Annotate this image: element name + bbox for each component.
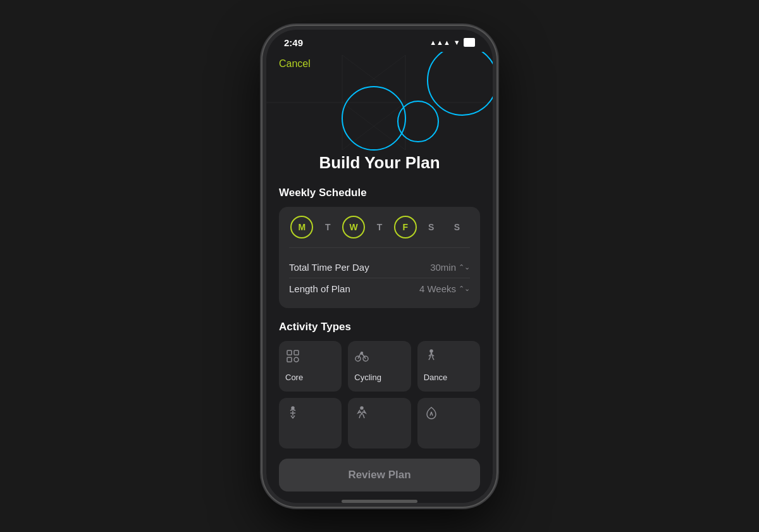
svg-point-16 bbox=[361, 352, 363, 354]
svg-point-9 bbox=[428, 52, 493, 115]
activity-item-6[interactable] bbox=[417, 398, 480, 448]
page-title: Build Your Plan bbox=[279, 153, 480, 173]
dance-icon bbox=[424, 349, 439, 368]
status-time: 2:49 bbox=[284, 37, 303, 48]
length-value: 4 Weeks ⌃⌄ bbox=[419, 283, 470, 294]
total-time-value: 30min ⌃⌄ bbox=[430, 262, 470, 273]
total-time-chevron-icon: ⌃⌄ bbox=[459, 263, 470, 271]
svg-rect-12 bbox=[287, 357, 292, 362]
cancel-button[interactable]: Cancel bbox=[279, 58, 311, 70]
wifi-icon: ▼ bbox=[454, 39, 460, 46]
length-chevron-icon: ⌃⌄ bbox=[459, 285, 470, 293]
cycling-icon bbox=[354, 349, 369, 368]
activity-item-5[interactable] bbox=[348, 398, 410, 448]
activity5-icon bbox=[354, 405, 369, 424]
header-area: Cancel bbox=[266, 52, 493, 153]
length-label: Length of Plan bbox=[289, 283, 350, 294]
scroll-content[interactable]: Build Your Plan Weekly Schedule M T W T … bbox=[266, 153, 493, 495]
activity-cycling[interactable]: Cycling bbox=[348, 341, 410, 392]
length-row[interactable]: Length of Plan 4 Weeks ⌃⌄ bbox=[289, 278, 470, 299]
day-sunday[interactable]: S bbox=[445, 216, 468, 238]
phone-screen: 2:49 ▲▲▲ ▼ 81 Cancel bbox=[266, 30, 493, 503]
signal-icon: ▲▲▲ bbox=[429, 39, 450, 46]
day-thursday[interactable]: T bbox=[368, 216, 391, 238]
day-saturday[interactable]: S bbox=[420, 216, 443, 238]
core-icon bbox=[285, 349, 300, 368]
svg-point-17 bbox=[430, 350, 433, 352]
activity-dance[interactable]: Dance bbox=[417, 341, 480, 392]
schedule-card: M T W T F S S Total Time Per Day 30min ⌃… bbox=[279, 207, 480, 308]
svg-point-8 bbox=[398, 101, 438, 142]
cycling-label: Cycling bbox=[354, 373, 381, 382]
days-row: M T W T F S S bbox=[289, 216, 470, 248]
day-tuesday[interactable]: T bbox=[316, 216, 339, 238]
home-indicator bbox=[342, 500, 417, 503]
weekly-schedule-title: Weekly Schedule bbox=[279, 187, 480, 199]
svg-rect-11 bbox=[294, 350, 299, 355]
activity-grid: Core Cycling bbox=[279, 341, 480, 448]
status-bar: 2:49 ▲▲▲ ▼ 81 bbox=[266, 30, 493, 52]
day-monday[interactable]: M bbox=[290, 216, 313, 238]
svg-rect-10 bbox=[287, 350, 292, 355]
svg-point-19 bbox=[361, 407, 363, 409]
activity6-icon bbox=[424, 405, 439, 424]
svg-point-13 bbox=[294, 357, 299, 362]
activity4-icon bbox=[285, 405, 300, 424]
battery-icon: 81 bbox=[464, 38, 475, 47]
status-icons: ▲▲▲ ▼ 81 bbox=[429, 38, 475, 47]
total-time-label: Total Time Per Day bbox=[289, 262, 369, 273]
review-plan-button[interactable]: Review Plan bbox=[279, 459, 480, 492]
svg-point-7 bbox=[342, 87, 405, 150]
phone-device: 2:49 ▲▲▲ ▼ 81 Cancel bbox=[262, 26, 497, 507]
core-label: Core bbox=[285, 373, 303, 382]
activity-types-title: Activity Types bbox=[279, 321, 480, 333]
dance-label: Dance bbox=[424, 373, 448, 382]
activity-core[interactable]: Core bbox=[279, 341, 342, 392]
total-time-row[interactable]: Total Time Per Day 30min ⌃⌄ bbox=[289, 257, 470, 278]
day-wednesday[interactable]: W bbox=[342, 216, 365, 238]
activity-item-4[interactable] bbox=[279, 398, 342, 448]
day-friday[interactable]: F bbox=[394, 216, 417, 238]
